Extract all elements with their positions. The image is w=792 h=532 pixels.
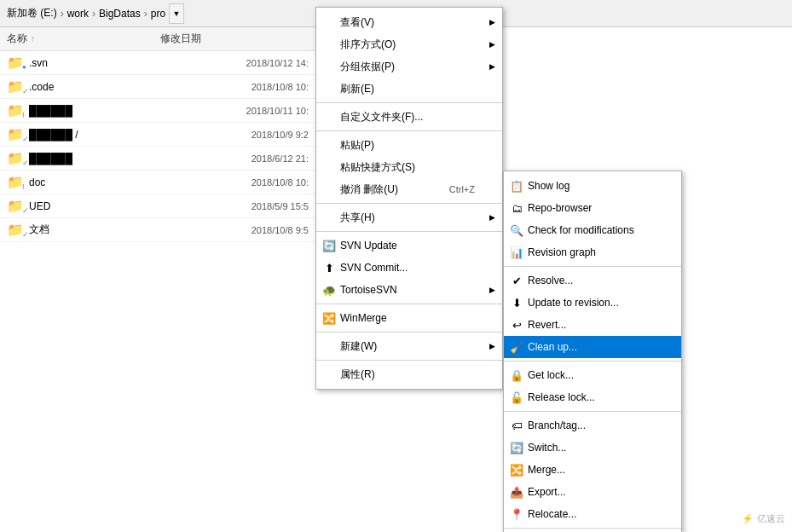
col-name-header[interactable]: 名称 ↑ bbox=[7, 32, 160, 46]
menu-item-refresh[interactable]: 刷新(E) bbox=[316, 78, 502, 100]
menu-divider bbox=[316, 102, 502, 103]
svn-menu-item-relocate[interactable]: 📍Relocate... bbox=[504, 503, 681, 525]
menu-item-svn-commit[interactable]: ⬆SVN Commit... bbox=[316, 257, 502, 279]
svn-menu-icon-check-modifications: 🔍 bbox=[509, 223, 524, 238]
svn-menu-icon-merge: 🔀 bbox=[509, 462, 524, 477]
svn-menu-label-resolve: Resolve... bbox=[528, 275, 573, 286]
menu-item-group[interactable]: 分组依据(P) bbox=[316, 55, 502, 78]
svn-menu-item-revision-graph[interactable]: 📊Revision graph bbox=[504, 241, 681, 263]
file-name: .svn bbox=[29, 57, 246, 69]
svn-menu-label-branch-tag: Branch/tag... bbox=[528, 419, 586, 431]
svn-menu-icon-branch-tag: 🏷 bbox=[509, 418, 524, 433]
menu-item-undo[interactable]: 撤消 删除(U)Ctrl+Z bbox=[316, 178, 502, 200]
svn-menu-item-release-lock[interactable]: 🔓Release lock... bbox=[504, 386, 681, 408]
svn-menu-label-revert: Revert... bbox=[528, 319, 566, 331]
breadcrumb-drive[interactable]: 新加卷 (E:) bbox=[7, 6, 57, 20]
svn-menu-icon-get-lock: 🔒 bbox=[509, 367, 524, 383]
svn-menu-label-merge: Merge... bbox=[528, 464, 565, 476]
svn-menu-label-check-modifications: Check for modifications bbox=[528, 224, 634, 236]
list-item[interactable]: 📁 ✓ .code 2018/10/8 10: bbox=[0, 75, 315, 99]
file-date: 2018/10/8 9:5 bbox=[251, 225, 309, 235]
menu-label-properties: 属性(R) bbox=[340, 367, 375, 382]
address-dropdown[interactable]: ▼ bbox=[169, 3, 184, 24]
svn-menu-item-cleanup[interactable]: 🧹Clean up... bbox=[504, 336, 681, 358]
svn-menu-item-branch-tag[interactable]: 🏷Branch/tag... bbox=[504, 414, 681, 437]
svn-menu-label-cleanup: Clean up... bbox=[528, 341, 577, 353]
svn-menu-item-update-revision[interactable]: ⬇Update to revision... bbox=[504, 292, 681, 314]
menu-item-custom-folder[interactable]: 自定义文件夹(F)... bbox=[316, 106, 502, 128]
col-date-header[interactable]: 修改日期 bbox=[160, 32, 201, 46]
file-date: 2018/10/12 14: bbox=[246, 58, 309, 68]
context-menu-primary: 查看(V)排序方式(O)分组依据(P)刷新(E)自定义文件夹(F)...粘贴(P… bbox=[315, 7, 503, 390]
svn-menu-icon-export: 📤 bbox=[509, 484, 524, 500]
menu-icon-svn-commit: ⬆ bbox=[321, 260, 337, 275]
menu-label-view: 查看(V) bbox=[340, 15, 374, 30]
menu-item-paste-shortcut[interactable]: 粘贴快捷方式(S) bbox=[316, 156, 502, 178]
file-icon: 📁 ● bbox=[7, 55, 24, 72]
file-icon: 📁 ✓ bbox=[7, 126, 24, 143]
menu-label-new: 新建(W) bbox=[340, 339, 377, 354]
file-icon: 📁 ! bbox=[7, 102, 24, 119]
list-item[interactable]: 📁 ✓ UED 2018/5/9 15:5 bbox=[0, 194, 315, 218]
svn-menu-item-switch[interactable]: 🔄Switch... bbox=[504, 437, 681, 459]
file-icon: 📁 ! bbox=[7, 174, 24, 191]
breadcrumb-pro[interactable]: pro bbox=[151, 8, 165, 20]
list-item[interactable]: 📁 ! doc 2018/10/8 10: bbox=[0, 171, 315, 194]
shortcut-undo: Ctrl+Z bbox=[449, 184, 492, 194]
menu-label-custom-folder: 自定义文件夹(F)... bbox=[340, 110, 423, 124]
file-list: 名称 ↑ 修改日期 📁 ● .svn 2018/10/12 14: 📁 ✓ .c… bbox=[0, 27, 315, 532]
svn-menu-icon-revert: ↩ bbox=[509, 317, 524, 332]
menu-item-view[interactable]: 查看(V) bbox=[316, 11, 502, 33]
file-date: 2018/10/8 10: bbox=[251, 82, 309, 92]
svn-menu-item-repo-browser[interactable]: 🗂Repo-browser bbox=[504, 197, 681, 219]
menu-label-svn-update: SVN Update bbox=[340, 240, 397, 252]
list-item[interactable]: 📁 ✓ ██████ / 2018/10/9 9:2 bbox=[0, 123, 315, 147]
file-date: 2018/6/12 21: bbox=[251, 153, 309, 164]
svn-menu-icon-repo-browser: 🗂 bbox=[509, 200, 524, 216]
svn-menu-item-revert[interactable]: ↩Revert... bbox=[504, 314, 681, 336]
menu-label-undo: 撤消 删除(U) bbox=[340, 182, 398, 197]
menu-divider bbox=[316, 304, 502, 304]
list-item[interactable]: 📁 ✓ 文档 2018/10/8 9:5 bbox=[0, 218, 315, 242]
list-item[interactable]: 📁 ✓ ██████ 2018/6/12 21: bbox=[0, 147, 315, 171]
breadcrumb-bigdatas[interactable]: BigDatas bbox=[99, 8, 141, 20]
menu-item-paste[interactable]: 粘贴(P) bbox=[316, 134, 502, 156]
file-date: 2018/5/9 15:5 bbox=[251, 201, 309, 211]
file-icon: 📁 ✓ bbox=[7, 78, 24, 95]
menu-divider bbox=[316, 203, 502, 204]
svn-menu-label-export: Export... bbox=[528, 486, 566, 498]
file-icon: 📁 ✓ bbox=[7, 222, 24, 239]
list-item[interactable]: 📁 ! ██████ 2018/10/11 10: bbox=[0, 99, 315, 123]
menu-label-share: 共享(H) bbox=[340, 211, 375, 225]
menu-item-new[interactable]: 新建(W) bbox=[316, 335, 502, 357]
svn-menu-item-get-lock[interactable]: 🔒Get lock... bbox=[504, 364, 681, 386]
menu-icon-svn-update: 🔄 bbox=[321, 238, 337, 253]
svn-menu-icon-resolve: ✔ bbox=[509, 273, 524, 288]
svn-menu-item-export[interactable]: 📤Export... bbox=[504, 481, 681, 503]
menu-label-paste: 粘贴(P) bbox=[340, 138, 374, 153]
file-date: 2018/10/8 10: bbox=[251, 177, 309, 188]
menu-label-svn-commit: SVN Commit... bbox=[340, 262, 408, 274]
menu-icon-winmerge: 🔀 bbox=[321, 310, 337, 326]
svn-menu-item-check-modifications[interactable]: 🔍Check for modifications bbox=[504, 219, 681, 241]
menu-item-share[interactable]: 共享(H) bbox=[316, 206, 502, 228]
file-name: 文档 bbox=[29, 223, 251, 237]
menu-label-sort: 排序方式(O) bbox=[340, 38, 396, 52]
svn-menu-item-merge[interactable]: 🔀Merge... bbox=[504, 459, 681, 481]
svn-menu-icon-update-revision: ⬇ bbox=[509, 295, 524, 310]
svn-menu-item-resolve[interactable]: ✔Resolve... bbox=[504, 269, 681, 292]
menu-item-winmerge[interactable]: 🔀WinMerge bbox=[316, 307, 502, 329]
svn-menu-label-show-log: Show log bbox=[528, 180, 569, 192]
menu-divider bbox=[504, 361, 681, 361]
breadcrumb: 新加卷 (E:) › work › BigDatas › pro bbox=[7, 6, 165, 20]
file-name: ██████ bbox=[29, 153, 251, 165]
breadcrumb-work[interactable]: work bbox=[67, 8, 89, 20]
menu-item-tortoisesvn[interactable]: 🐢TortoiseSVN bbox=[316, 279, 502, 301]
file-icon: 📁 ✓ bbox=[7, 198, 24, 215]
menu-item-sort[interactable]: 排序方式(O) bbox=[316, 33, 502, 55]
menu-item-properties[interactable]: 属性(R) bbox=[316, 363, 502, 385]
menu-divider bbox=[316, 231, 502, 232]
svn-menu-item-show-log[interactable]: 📋Show log bbox=[504, 175, 681, 197]
menu-item-svn-update[interactable]: 🔄SVN Update bbox=[316, 234, 502, 257]
list-item[interactable]: 📁 ● .svn 2018/10/12 14: bbox=[0, 51, 315, 75]
